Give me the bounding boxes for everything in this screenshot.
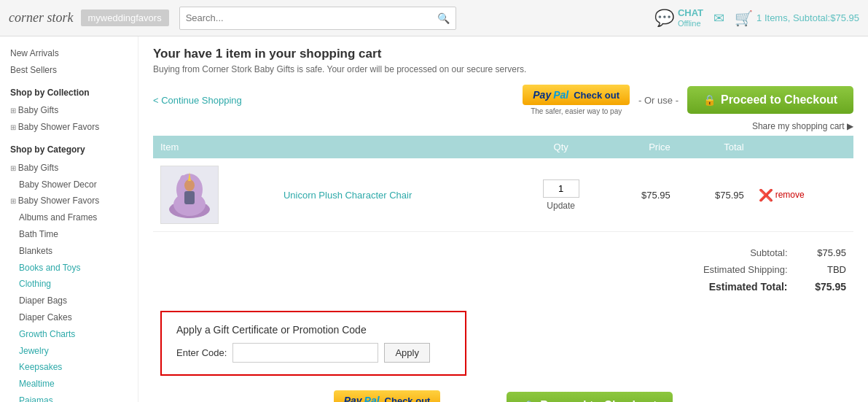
search-bar[interactable]: 🔍 [179,7,456,30]
col-item: Item [153,136,518,158]
remove-cell: ❌ remove [751,158,853,232]
paypal-button-top[interactable]: PayPal Check out [523,85,630,105]
subtotal-row: Subtotal: $75.95 [665,245,852,260]
sidebar-item-clothing[interactable]: Clothing [10,276,128,293]
col-actions [751,136,853,158]
svg-point-3 [184,179,195,191]
remove-button[interactable]: ❌ remove [759,188,805,202]
promo-label: Enter Code: [176,347,227,358]
sidebar-item-baby-shower-favors-collection[interactable]: Baby Shower Favors [10,119,128,136]
sidebar-item-mealtime[interactable]: Mealtime [10,376,128,393]
sidebar-item-pajamas[interactable]: Pajamas [10,393,128,402]
svg-rect-4 [184,191,195,204]
product-image-cell [153,158,276,232]
share-cart-link[interactable]: Share my shopping cart ▶ [752,121,853,131]
sidebar-section-collection: Shop by Collection [10,85,128,101]
cart-title: Your have 1 item in your shopping cart [153,47,853,61]
subtotal-value: $75.95 [795,245,852,260]
chat-label: CHAT Offline [678,7,703,28]
paypal-safer-text-top: The safer, easier way to pay [531,107,622,115]
logo-corner: corner stork [9,10,74,26]
sidebar-item-books[interactable]: Books and Toys [10,260,128,277]
apply-button[interactable]: Apply [384,343,430,363]
sidebar-item-baby-shower-decor[interactable]: Baby Shower Decor [10,177,128,193]
sidebar-item-baby-shower-favors[interactable]: Baby Shower Favors [10,193,128,209]
paypal-button-bottom[interactable]: PayPal Check out [334,390,441,402]
qty-cell: Update [518,158,604,232]
share-row: Share my shopping cart ▶ [153,121,853,131]
promo-input[interactable] [232,343,378,363]
header: corner stork myweddingfavors 🔍 💬 CHAT Of… [0,0,868,36]
sidebar-item-jewelry[interactable]: Jewelry [10,343,128,360]
header-right: 💬 CHAT Offline ✉ 🛒 1 Items, Subtotal:$75… [654,7,859,28]
continue-shopping-link[interactable]: < Continue Shopping [153,95,242,106]
shipping-row: Estimated Shipping: TBD [665,262,852,277]
product-link[interactable]: Unicorn Plush Character Chair [284,190,412,201]
estimated-total-row: Estimated Total: $75.95 [665,279,852,295]
cart-table: Item Qty Price Total [153,136,853,232]
logo-mywedding: myweddingfavors [81,9,169,26]
estimated-total-label: Estimated Total: [665,279,794,295]
sidebar-item-best-sellers[interactable]: Best Sellers [10,62,128,79]
product-thumbnail [160,166,219,224]
promo-box: Apply a Gift Certificate or Promotion Co… [160,311,466,376]
total-cell: $75.95 [678,158,751,232]
checkout-button-top[interactable]: 🔒 Proceed to Checkout [687,86,853,114]
totals-section: Subtotal: $75.95 Estimated Shipping: TBD… [153,244,853,296]
col-price: Price [604,136,678,158]
shipping-value: TBD [795,262,852,277]
col-qty: Qty [518,136,604,158]
sidebar-section-category: Shop by Category [10,142,128,158]
paypal-checkout-top: PayPal Check out The safer, easier way t… [523,85,630,115]
table-row: Unicorn Plush Character Chair Update $75… [153,158,853,232]
search-icon: 🔍 [437,12,450,24]
bottom-action-row: PayPal Check out The safer, easier way t… [153,390,853,402]
cart-subtitle: Buying from Corner Stork Baby Gifts is s… [153,64,853,74]
product-name-cell: Unicorn Plush Character Chair [276,158,518,232]
col-total: Total [678,136,751,158]
remove-x-icon: ❌ [759,188,773,202]
sidebar-item-growth-charts[interactable]: Growth Charts [10,326,128,343]
qty-input[interactable] [543,179,579,198]
update-link[interactable]: Update [525,201,597,211]
promo-row: Enter Code: Apply [176,343,450,363]
checkout-button-bottom[interactable]: 🔒 Proceed to Checkout [507,392,673,402]
sidebar-item-keepsakes[interactable]: Keepsakes [10,359,128,376]
cart-icon: 🛒 [735,9,753,27]
price-cell: $75.95 [604,158,678,232]
subtotal-label: Subtotal: [665,245,794,260]
chat-icon: 💬 [654,9,674,28]
totals-table: Subtotal: $75.95 Estimated Shipping: TBD… [664,244,853,296]
sidebar-item-new-arrivals[interactable]: New Arrivals [10,45,128,62]
sidebar-item-blankets[interactable]: Blankets [10,243,128,260]
sidebar: New Arrivals Best Sellers Shop by Collec… [0,36,138,402]
estimated-total-value: $75.95 [795,279,852,295]
lock-icon-top: 🔒 [703,94,716,106]
sidebar-item-diaper-bags[interactable]: Diaper Bags [10,293,128,309]
svg-point-6 [180,175,186,184]
product-image-svg [164,169,215,220]
sidebar-item-baby-gifts-collection[interactable]: Baby Gifts [10,102,128,119]
shipping-label: Estimated Shipping: [665,262,794,277]
sidebar-item-bath[interactable]: Bath Time [10,226,128,243]
sidebar-item-diaper-cakes[interactable]: Diaper Cakes [10,309,128,326]
main-layout: New Arrivals Best Sellers Shop by Collec… [0,36,868,402]
cart-area[interactable]: 🛒 1 Items, Subtotal:$75.95 [735,9,859,27]
or-use-top: - Or use - [638,95,679,106]
email-icon[interactable]: ✉ [713,10,724,26]
chat-button[interactable]: 💬 CHAT Offline [654,7,703,28]
cart-summary: 1 Items, Subtotal:$75.95 [756,12,859,23]
search-input[interactable] [186,12,437,23]
content: Your have 1 item in your shopping cart B… [138,36,868,402]
sidebar-item-baby-gifts[interactable]: Baby Gifts [10,160,128,177]
paypal-checkout-bottom: PayPal Check out The safer, easier way t… [334,390,441,402]
promo-title: Apply a Gift Certificate or Promotion Co… [176,324,450,336]
sidebar-item-albums[interactable]: Albums and Frames [10,209,128,226]
